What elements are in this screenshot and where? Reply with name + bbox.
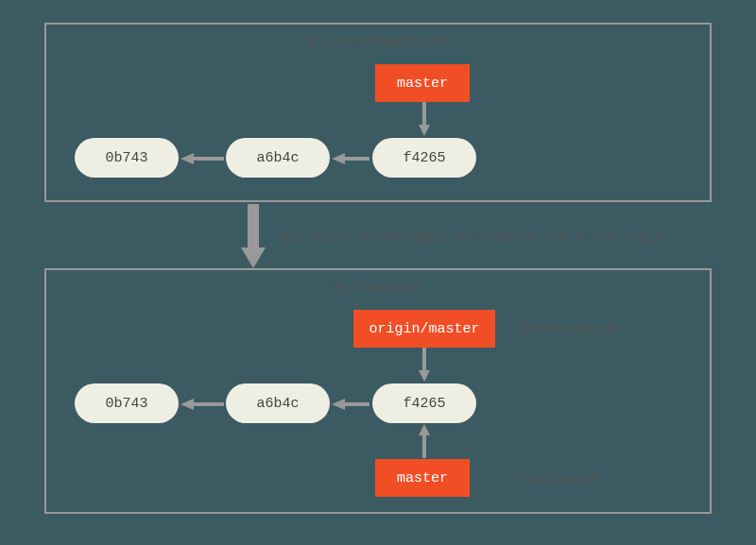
arrow-down-icon xyxy=(421,348,428,382)
local-branch-label: Local branch xyxy=(519,469,600,485)
svg-marker-5 xyxy=(332,153,345,164)
arrow-left-icon xyxy=(332,400,369,409)
local-branch-master: master xyxy=(375,459,470,497)
svg-marker-13 xyxy=(332,399,345,410)
commit-node: a6b4c xyxy=(226,138,330,178)
arrow-left-icon xyxy=(180,400,224,409)
local-container: My Computer origin/master Remote branch … xyxy=(44,268,712,514)
svg-marker-15 xyxy=(419,424,430,435)
svg-marker-7 xyxy=(241,247,266,268)
local-branch-origin-master: origin/master xyxy=(353,310,495,348)
clone-command: git clone janedoe@git.ourcompany.com:pro… xyxy=(282,230,662,245)
remote-container: git.ourcompany.com master 0b743 a6b4c f4… xyxy=(44,23,712,202)
arrow-up-icon xyxy=(421,424,428,458)
svg-marker-11 xyxy=(180,399,194,410)
svg-marker-3 xyxy=(180,153,194,164)
arrow-left-icon xyxy=(332,154,369,163)
arrow-left-icon xyxy=(180,154,224,163)
clone-arrow-icon xyxy=(243,204,264,268)
svg-marker-9 xyxy=(419,370,430,382)
commit-node: f4265 xyxy=(372,138,476,178)
remote-branch-label: Remote branch xyxy=(519,320,616,336)
remote-branch-master: master xyxy=(375,64,470,102)
commit-node: f4265 xyxy=(372,383,476,423)
local-title: My Computer xyxy=(46,280,710,295)
arrow-down-icon xyxy=(421,102,428,136)
svg-marker-1 xyxy=(419,125,430,136)
commit-node: 0b743 xyxy=(75,383,179,423)
remote-title: git.ourcompany.com xyxy=(46,34,710,49)
svg-rect-6 xyxy=(248,204,259,249)
commit-node: 0b743 xyxy=(75,138,179,178)
commit-node: a6b4c xyxy=(226,383,330,423)
